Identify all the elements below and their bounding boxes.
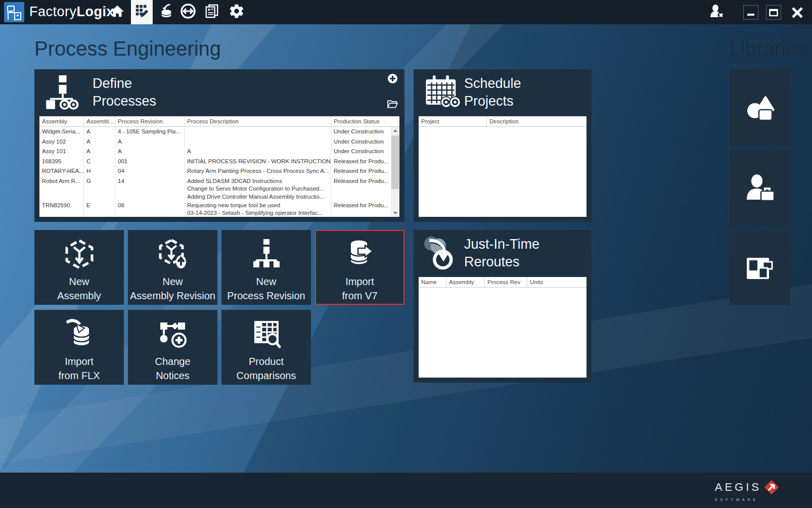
workspace-background: Process Engineering Libraries DefineProc… <box>0 24 812 473</box>
factorylogix-logo-icon <box>4 2 24 22</box>
cell-assembly: Widget-Seria... <box>39 127 84 137</box>
cell-rev: H <box>84 166 115 176</box>
product-comparisons-tile[interactable]: ProductComparisons <box>221 310 311 385</box>
cell-rev: C <box>84 157 115 167</box>
library-resources-tile[interactable] <box>730 150 790 227</box>
schedule-projects-grid: Project Description <box>419 116 587 217</box>
nav-news-button[interactable] <box>202 0 222 24</box>
open-folder-icon[interactable] <box>387 100 398 111</box>
aegis-software-text: SOFTWARE <box>715 498 781 501</box>
cell-proc-rev: 14 <box>115 176 185 201</box>
nav-settings-button[interactable] <box>226 0 247 24</box>
table-row[interactable]: Robot Arm R... G 14 Added SLDASM 3DCAD I… <box>39 176 399 201</box>
minimize-button[interactable] <box>743 5 758 20</box>
scroll-down-arrow[interactable] <box>391 209 399 217</box>
cell-description: A <box>185 147 331 157</box>
import-from-v7-tile[interactable]: Importfrom V7 <box>315 230 404 305</box>
shapes-library-icon <box>744 91 776 124</box>
cell-status: Under Construction <box>331 147 391 157</box>
column-header[interactable]: Process Revision <box>115 116 185 126</box>
table-row[interactable]: Assy 101 A A A Under Construction <box>39 147 399 157</box>
schedule-grid-header: Project Description <box>419 116 587 127</box>
table-row[interactable]: Widget-Seria... A 4 - 105E Sampling Pla.… <box>39 127 399 137</box>
cell-assembly: ROTARY-HEA... <box>39 166 84 176</box>
tile-label: Importfrom FLX <box>58 354 100 383</box>
jit-reroutes-header[interactable]: Just-In-TimeReroutes <box>414 230 592 277</box>
column-header[interactable]: Process Description <box>185 116 331 126</box>
logout-user-icon <box>709 3 725 21</box>
table-row[interactable]: ROTARY-HEA... H 04 Rotary Arm Painting P… <box>39 166 399 176</box>
cell-rev: G <box>84 176 115 201</box>
maximize-button[interactable] <box>766 5 781 20</box>
cell-proc-rev: 08 <box>115 201 185 217</box>
nav-import-button[interactable] <box>157 0 176 24</box>
new-assembly-icon <box>63 238 96 270</box>
column-header[interactable]: Process Rev <box>485 277 527 287</box>
footer-bar: AEGIS SOFTWARE <box>0 473 812 508</box>
logout-button[interactable] <box>707 0 727 24</box>
new-process-revision-tile[interactable]: NewProcess Revision <box>221 230 311 305</box>
cell-assembly: Assy 101 <box>39 147 84 157</box>
cell-proc-rev: 04 <box>115 166 185 176</box>
nav-process-engineering-button[interactable] <box>131 0 153 24</box>
tile-label: NewAssembly Revision <box>130 274 215 303</box>
column-header[interactable]: Assembl... <box>84 116 115 126</box>
define-processes-icon <box>44 75 81 112</box>
column-header[interactable]: Project <box>419 116 487 126</box>
schedule-projects-header[interactable]: ScheduleProjects <box>414 69 592 116</box>
sync-circle-icon <box>180 3 196 21</box>
define-grid-header: Assembly Assembl... Process Revision Pro… <box>39 116 399 127</box>
table-row[interactable]: TRN82590 E 08 Requesting new torque tool… <box>39 201 399 217</box>
jit-reroutes-panel: Just-In-TimeReroutes Name Assembly Proce… <box>414 230 592 383</box>
cell-status: Released for Produ... <box>331 166 391 176</box>
tile-label: ProductComparisons <box>237 354 296 383</box>
libraries-title: Libraries <box>730 37 807 60</box>
nav-sync-button[interactable] <box>178 0 198 24</box>
new-assembly-tile[interactable]: NewAssembly <box>34 230 124 305</box>
library-templates-tile[interactable] <box>730 231 790 305</box>
new-process-revision-icon <box>250 238 283 270</box>
vertical-scrollbar[interactable] <box>391 127 399 217</box>
add-process-button[interactable] <box>387 73 398 86</box>
column-header[interactable]: Assembly <box>39 116 84 126</box>
process-engineering-icon <box>134 4 150 21</box>
cell-proc-rev: 001 <box>115 157 185 167</box>
column-header[interactable]: Assembly <box>446 277 485 287</box>
cell-proc-rev: 4 - 105E Sampling Pla... <box>115 127 185 137</box>
database-import-icon <box>159 4 174 21</box>
home-icon <box>110 4 125 21</box>
define-processes-header[interactable]: DefineProcesses <box>34 69 404 116</box>
app-title: FactoryLogix® <box>29 4 118 20</box>
tile-label: ChangeNotices <box>155 354 190 383</box>
column-header[interactable]: Units <box>527 277 587 287</box>
news-pages-icon <box>204 4 219 21</box>
nav-home-button[interactable] <box>108 0 126 24</box>
cell-rev: A <box>84 147 115 157</box>
scroll-up-arrow[interactable] <box>391 127 399 134</box>
column-header[interactable]: Description <box>487 116 587 126</box>
schedule-projects-panel: ScheduleProjects Project Description <box>414 69 592 222</box>
scrollbar-thumb[interactable] <box>391 135 399 189</box>
jit-reroutes-grid: Name Assembly Process Rev Units <box>419 277 587 378</box>
column-header[interactable]: Production Status <box>331 116 391 126</box>
person-briefcase-icon <box>744 172 776 205</box>
cell-status: Under Construction <box>331 127 391 137</box>
close-button[interactable] <box>789 5 805 20</box>
page-title: Process Engineering <box>34 37 221 60</box>
titlebar: FactoryLogix® <box>0 0 812 24</box>
change-notices-tile[interactable]: ChangeNotices <box>128 310 217 385</box>
new-assembly-revision-tile[interactable]: NewAssembly Revision <box>128 230 217 305</box>
cell-assembly: Assy 102 <box>39 137 84 147</box>
table-row[interactable]: Assy 102 A A Under Construction <box>39 137 399 147</box>
product-comparisons-icon <box>250 318 283 350</box>
cell-status: Released for Produ... <box>331 201 391 217</box>
cell-proc-rev: A <box>115 137 185 147</box>
cell-status: Released for Produ... <box>331 157 391 167</box>
layout-templates-icon <box>744 252 776 284</box>
import-from-flx-tile[interactable]: Importfrom FLX <box>34 310 124 385</box>
table-row[interactable]: 168395 C 001 INITIAL PROCESS REVISION - … <box>39 157 399 167</box>
cell-description <box>185 137 331 147</box>
library-shapes-tile[interactable] <box>730 69 790 146</box>
schedule-projects-icon <box>425 74 460 112</box>
column-header[interactable]: Name <box>419 277 446 287</box>
